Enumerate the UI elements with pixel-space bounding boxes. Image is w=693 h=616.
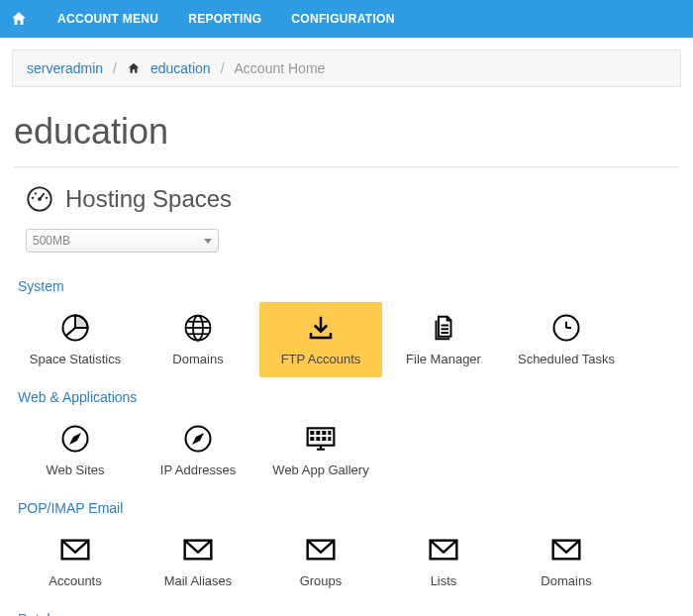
svg-rect-32 — [316, 437, 320, 441]
svg-line-2 — [40, 193, 45, 199]
svg-rect-28 — [316, 431, 320, 435]
nav-reporting[interactable]: REPORTING — [188, 12, 261, 26]
breadcrumb-root[interactable]: serveradmin — [27, 60, 103, 76]
section-mail-tiles: Accounts Mail Aliases Groups Lists Domai… — [14, 520, 679, 603]
section-system-label[interactable]: System — [14, 270, 679, 298]
home-icon[interactable] — [10, 10, 28, 28]
svg-line-9 — [66, 328, 75, 336]
tile-label: FTP Accounts — [281, 353, 361, 366]
breadcrumb-current: Account Home — [235, 60, 326, 76]
breadcrumb-mid[interactable]: education — [150, 60, 211, 76]
tile-label: Lists — [431, 574, 457, 588]
svg-rect-29 — [322, 431, 326, 435]
tile-label: Domains — [172, 353, 223, 366]
gauge-icon — [26, 185, 53, 213]
page-title: education — [0, 87, 693, 166]
monitor-icon — [305, 424, 337, 454]
hosting-spaces-label: Hosting Spaces — [65, 185, 232, 213]
globe-icon — [183, 313, 213, 343]
tile-web-app-gallery[interactable]: Web App Gallery — [259, 413, 382, 488]
tile-label: Space Statistics — [30, 353, 122, 366]
hosting-space-select[interactable]: 500MB — [26, 229, 219, 253]
breadcrumb: serveradmin / education / Account Home — [12, 50, 681, 87]
tile-mail-groups[interactable]: Groups — [259, 524, 382, 599]
svg-rect-30 — [328, 431, 331, 435]
tile-web-sites[interactable]: Web Sites — [14, 413, 137, 488]
tile-label: Scheduled Tasks — [518, 353, 615, 366]
tile-label: Domains — [541, 574, 591, 588]
content: System Space Statistics — [0, 260, 693, 616]
mail-icon — [428, 535, 459, 565]
hosting-space-selected: 500MB — [33, 234, 70, 248]
section-web-label[interactable]: Web & Applications — [14, 381, 679, 409]
tile-label: Mail Aliases — [164, 574, 233, 588]
compass-icon — [60, 424, 90, 454]
top-nav: ACCOUNT MENU REPORTING CONFIGURATION — [0, 0, 693, 38]
nav-account-menu[interactable]: ACCOUNT MENU — [57, 12, 158, 26]
section-system-tiles: Space Statistics Domains FT — [14, 298, 679, 381]
section-databases-label[interactable]: Databases — [14, 603, 679, 616]
svg-marker-21 — [71, 435, 79, 443]
breadcrumb-sep: / — [113, 60, 117, 76]
svg-rect-34 — [328, 437, 331, 441]
svg-rect-31 — [310, 437, 314, 441]
tile-label: Groups — [300, 574, 343, 588]
files-icon — [429, 313, 458, 343]
tile-ftp-accounts[interactable]: FTP Accounts — [259, 302, 382, 377]
tile-label: Accounts — [49, 574, 101, 588]
hosting-spaces-header: Hosting Spaces — [0, 167, 693, 221]
tile-file-manager[interactable]: File Manager — [382, 302, 505, 377]
pie-icon — [60, 313, 90, 343]
mail-icon — [305, 535, 337, 565]
breadcrumb-sep: / — [221, 60, 225, 76]
nav-configuration[interactable]: CONFIGURATION — [291, 12, 394, 26]
breadcrumb-home-icon[interactable] — [127, 60, 141, 76]
tile-label: Web Sites — [46, 463, 104, 477]
section-mail-label[interactable]: POP/IMAP Email — [14, 492, 679, 520]
section-web-tiles: Web Sites IP Addresses — [14, 409, 679, 492]
tile-ip-addresses[interactable]: IP Addresses — [137, 413, 259, 488]
tile-label: File Manager — [406, 353, 481, 366]
tile-label: IP Addresses — [160, 463, 236, 477]
tile-mail-accounts[interactable]: Accounts — [14, 524, 137, 599]
tile-mail-lists[interactable]: Lists — [382, 524, 505, 599]
tile-mail-aliases[interactable]: Mail Aliases — [137, 524, 259, 599]
download-icon — [306, 313, 336, 343]
tile-domains[interactable]: Domains — [137, 302, 259, 377]
mail-icon — [550, 535, 582, 565]
svg-marker-23 — [194, 435, 202, 443]
chevron-down-icon — [204, 239, 212, 244]
compass-icon — [183, 424, 213, 454]
tile-space-statistics[interactable]: Space Statistics — [14, 302, 137, 377]
svg-rect-33 — [322, 437, 326, 441]
svg-rect-27 — [310, 431, 314, 435]
svg-line-4 — [35, 193, 36, 195]
mail-icon — [59, 535, 91, 565]
tile-scheduled-tasks[interactable]: Scheduled Tasks — [505, 302, 628, 377]
tile-label: Web App Gallery — [272, 463, 368, 477]
clock-icon — [551, 313, 581, 343]
tile-mail-domains[interactable]: Domains — [505, 524, 628, 599]
mail-icon — [182, 535, 214, 565]
